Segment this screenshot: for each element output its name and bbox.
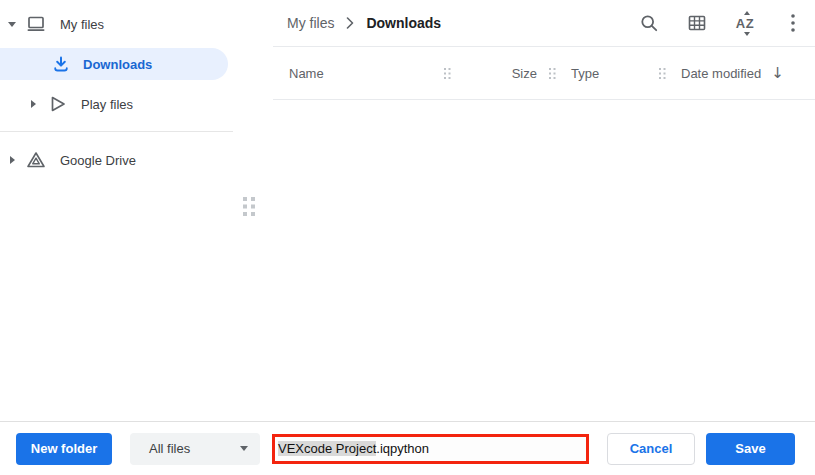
download-icon [51,54,71,74]
computer-icon [26,14,46,34]
filename-selected-text: VEXcode Project [278,441,376,456]
sidebar-item-label: My files [60,17,104,32]
sidebar-item-my-files[interactable]: My files [0,4,250,44]
grid-view-icon[interactable] [687,13,707,33]
sidebar-item-play-files[interactable]: Play files [0,84,250,124]
sidebar-item-downloads-row: Downloads [0,44,250,84]
dialog-footer: New folder All files VEXcode Project.iqp… [0,421,815,475]
dropdown-caret-icon [240,446,248,451]
filename-extension-text: .iqpython [376,441,429,456]
sort-descending-arrow-icon: ↓ [771,66,784,81]
filename-input[interactable]: VEXcode Project.iqpython [275,437,586,461]
play-icon [48,94,68,114]
column-header-date-modified[interactable]: Date modified ↓ [667,66,799,81]
expand-caret-icon[interactable] [6,156,18,164]
content-region: My files Downloads [273,0,815,421]
column-resize-handle[interactable] [547,68,557,79]
sort-az-icon[interactable]: AZ [735,13,755,33]
breadcrumb: My files Downloads [287,15,441,31]
expand-caret-icon[interactable] [28,100,38,108]
breadcrumb-parent[interactable]: My files [287,15,334,31]
drive-icon [26,150,46,170]
file-list-empty-area[interactable] [273,100,815,421]
new-folder-button[interactable]: New folder [16,433,112,465]
file-type-filter-select[interactable]: All files [130,433,260,465]
filename-input-highlight: VEXcode Project.iqpython [272,434,589,464]
file-type-filter-value: All files [149,441,190,456]
column-header-name[interactable]: Name [289,66,442,81]
file-list-header: Name Size Type Date modified ↓ [273,47,815,100]
topbar-icons: AZ [639,13,803,33]
sidebar-splitter-handle[interactable] [243,197,256,220]
main-region: My files Downloads [0,0,815,421]
column-resize-handle[interactable] [442,68,452,79]
sidebar: My files Downloads [0,0,250,421]
column-header-size[interactable]: Size [452,66,547,81]
sidebar-item-label: Google Drive [60,153,136,168]
files-save-dialog: My files Downloads [0,0,815,475]
more-vert-icon[interactable] [783,13,803,33]
column-resize-handle[interactable] [657,68,667,79]
topbar: My files Downloads [273,0,815,47]
search-icon[interactable] [639,13,659,33]
expand-caret-icon[interactable] [6,22,18,27]
sidebar-item-label: Play files [81,97,133,112]
chevron-right-icon [346,17,354,29]
sidebar-item-label: Downloads [83,57,152,72]
sidebar-divider [0,131,233,132]
sidebar-item-downloads[interactable]: Downloads [0,48,228,80]
save-button[interactable]: Save [706,433,795,465]
breadcrumb-current: Downloads [366,15,441,31]
column-header-type[interactable]: Type [557,66,657,81]
sidebar-item-google-drive[interactable]: Google Drive [0,140,250,180]
cancel-button[interactable]: Cancel [607,433,695,465]
